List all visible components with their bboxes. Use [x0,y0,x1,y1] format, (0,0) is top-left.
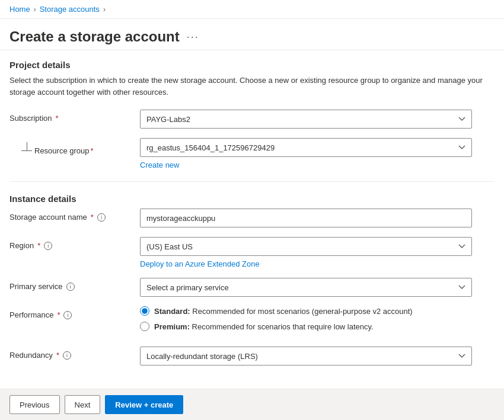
breadcrumb: Home › Storage accounts › [0,0,504,19]
region-required: * [37,241,40,250]
create-new-link[interactable]: Create new [140,161,179,169]
previous-button[interactable]: Previous [9,395,60,414]
storage-name-required: * [91,213,94,222]
page-header: Create a storage account ··· [0,19,504,50]
instance-details-title: Instance details [9,194,495,204]
region-info-icon[interactable]: i [44,242,52,250]
performance-label: Performance * i [9,306,140,319]
performance-standard-option[interactable]: Standard: Recommended for most scenarios… [140,306,472,316]
subscription-label: Subscription * [9,110,140,123]
project-details-description: Select the subscription in which to crea… [9,75,495,98]
performance-premium-option[interactable]: Premium: Recommended for scenarios that … [140,322,472,331]
page-title: Create a storage account [9,28,180,45]
redundancy-control: Locally-redundant storage (LRS) [140,347,472,366]
primary-service-row: Primary service i Select a primary servi… [9,278,495,297]
redundancy-label: Redundancy * i [9,347,140,360]
breadcrumb-storage-accounts[interactable]: Storage accounts [40,5,100,14]
primary-service-info-icon[interactable]: i [66,283,75,291]
resource-group-label: Resource group * [34,142,94,155]
region-dropdown[interactable]: (US) East US [140,237,472,256]
redundancy-required: * [56,351,59,360]
resource-group-control: rg_eastus_156404_1_172596729429 Create n… [140,138,472,169]
footer: Previous Next Review + create [0,389,504,420]
subscription-required: * [56,114,59,123]
performance-control: Standard: Recommended for most scenarios… [140,306,472,337]
storage-account-name-control [140,209,472,227]
storage-account-name-input[interactable] [140,209,472,227]
performance-row: Performance * i Standard: Recommended fo… [9,306,495,337]
more-options-icon[interactable]: ··· [187,31,199,43]
next-button[interactable]: Next [65,395,101,414]
resource-group-row: Resource group * rg_eastus_156404_1_1725… [9,138,495,169]
storage-name-info-icon[interactable]: i [97,213,106,222]
breadcrumb-sep-2: › [103,5,106,14]
region-row: Region * i (US) East US Deploy to an Azu… [9,237,495,268]
performance-premium-radio[interactable] [140,322,149,331]
redundancy-row: Redundancy * i Locally-redundant storage… [9,347,495,366]
performance-required: * [57,310,60,319]
review-create-button[interactable]: Review + create [105,395,183,414]
storage-account-name-label: Storage account name * i [9,209,140,222]
subscription-dropdown[interactable]: PAYG-Labs2 [140,110,472,129]
performance-info-icon[interactable]: i [63,311,72,319]
resource-group-dropdown[interactable]: rg_eastus_156404_1_172596729429 [140,138,472,157]
primary-service-label: Primary service i [9,278,140,291]
storage-account-name-row: Storage account name * i [9,209,495,227]
redundancy-info-icon[interactable]: i [63,351,71,360]
breadcrumb-home[interactable]: Home [9,5,30,14]
instance-details-section: Instance details Storage account name * … [9,194,495,366]
region-label: Region * i [9,237,140,250]
section-divider-1 [9,181,495,182]
project-details-title: Project details [9,60,495,70]
subscription-row: Subscription * PAYG-Labs2 [9,110,495,129]
deploy-azure-extended-zone-link[interactable]: Deploy to an Azure Extended Zone [140,259,260,268]
performance-standard-radio[interactable] [140,306,149,316]
performance-premium-label: Premium: Recommended for scenarios that … [154,322,374,331]
redundancy-dropdown[interactable]: Locally-redundant storage (LRS) [140,347,472,366]
performance-standard-label: Standard: Recommended for most scenarios… [154,307,413,316]
region-control: (US) East US Deploy to an Azure Extended… [140,237,472,268]
breadcrumb-sep-1: › [34,5,36,14]
primary-service-dropdown[interactable]: Select a primary service [140,278,472,297]
project-details-section: Project details Select the subscription … [9,60,495,169]
resource-group-required: * [91,146,94,155]
main-content: Project details Select the subscription … [0,50,504,384]
subscription-control: PAYG-Labs2 [140,110,472,129]
primary-service-control: Select a primary service [140,278,472,297]
